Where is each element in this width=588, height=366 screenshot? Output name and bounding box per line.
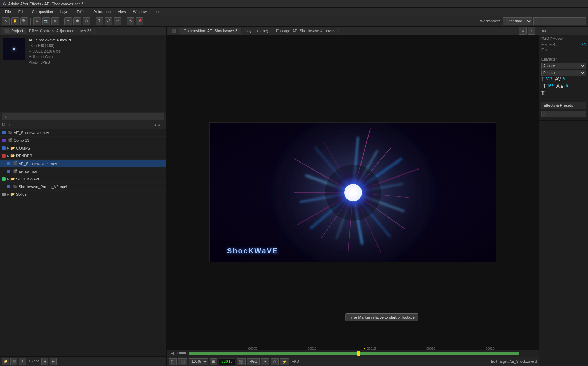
expand-arrow[interactable]: ▶ [7, 177, 9, 181]
file-row[interactable]: 🎬AE_Shockwave 4.mov [0, 160, 166, 167]
shape-tool[interactable]: ⬡ [83, 17, 90, 25]
color-channels-btn[interactable]: RGB [247, 358, 260, 365]
menu-edit[interactable]: Edit [15, 9, 28, 14]
rotate-tool[interactable]: ↻ [33, 17, 41, 25]
style-select[interactable]: Regular [541, 70, 586, 76]
project-icon: ⬛ [5, 29, 9, 33]
file-color-dot [7, 185, 10, 188]
comp-tab-footage[interactable]: Footage: AE_Shockwave 4.mov ✕ [273, 28, 339, 34]
comp-tab-shockwave3[interactable]: Composition: AE_Shockwave 3 [180, 28, 241, 34]
file-type-icon: 🎬 [8, 138, 12, 142]
hand-tool[interactable]: ✋ [11, 17, 19, 25]
text-tool[interactable]: T [96, 17, 103, 25]
pen-tool[interactable]: ✒ [64, 17, 72, 25]
from-label: From [541, 48, 550, 52]
viewer-toolbar: ⬚ ⬛ 100% 50% 200% ⊞ 00013 📷 RGB ☀ ⬡ ⚡ +9… [167, 357, 539, 366]
menu-file[interactable]: File [1, 9, 15, 14]
effects-presets-section: Effects & Presets [539, 99, 588, 121]
right-panel: ◀◀ RAM Preview Frame R... 24 From Charac… [539, 27, 588, 366]
file-row[interactable]: ▶📂COMPS [0, 144, 166, 152]
composition-viewer[interactable]: ShocKWaVE Time Marker relative to start … [167, 35, 539, 349]
filename-arrow: ▼ [68, 38, 72, 42]
file-row[interactable]: 🎬ae_sw.mov [0, 167, 166, 175]
menu-window[interactable]: Window [130, 9, 150, 14]
bright-core [350, 189, 357, 196]
file-row[interactable]: ▶📂SHOCKWAVE [0, 175, 166, 183]
expand-arrow[interactable]: ▶ [7, 193, 9, 196]
grid-btn[interactable]: ⊞ [210, 358, 217, 365]
file-row[interactable]: 🎬Shockwave_Promo_V2.mp4 [0, 183, 166, 191]
project-search-input[interactable] [2, 113, 164, 120]
current-timecode: 00013 [219, 358, 235, 365]
app-title: Adobe After Effects - AE_Shockwaves.aep … [8, 2, 83, 6]
menu-view[interactable]: View [114, 9, 130, 14]
mask-tool[interactable]: ⬟ [74, 17, 81, 25]
camera-tool[interactable]: 📷 [42, 17, 50, 25]
snapshot-btn[interactable]: 📷 [237, 358, 246, 365]
font-select[interactable]: Agency... [541, 63, 586, 69]
scrubber-track[interactable]: 00005 00010 ● 00015 00020 00025 [189, 352, 519, 355]
puppet-tool[interactable]: ⛏ [127, 17, 134, 25]
bpc-toggle[interactable]: ◀ [41, 358, 48, 365]
selection-tool[interactable]: ↖ [2, 17, 10, 25]
file-type-icon: 🎬 [13, 169, 17, 173]
right-nav-prev[interactable]: ◀◀ [541, 29, 546, 33]
comp-scrubber-bar[interactable]: ◀ 00000 00005 00010 ● 00015 00020 00025 [167, 349, 539, 357]
shockwave-canvas: ShocKWaVE [209, 122, 496, 262]
new-comp-btn[interactable]: 🎬 [10, 358, 18, 365]
comp-tab-layer[interactable]: Layer: (none) [242, 28, 272, 34]
scrubber-start: ◀ [171, 351, 174, 355]
new-folder-btn[interactable]: 📁 [2, 358, 9, 365]
edit-target-label: Edit Target: AE_Shockwave 3 [491, 360, 537, 364]
separator-3 [93, 18, 93, 25]
file-row[interactable]: 🎬Comp 13 [0, 137, 166, 144]
project-tab[interactable]: ⬛ Project [2, 28, 26, 34]
shockwave-svg [210, 123, 496, 262]
font-size-icon: T [541, 76, 545, 82]
file-type-icon: 🎬 [13, 185, 17, 188]
comp-panel-options[interactable]: » [528, 27, 536, 35]
exposure-btn[interactable]: ☀ [261, 358, 269, 365]
region-of-interest-btn[interactable]: ⬚ [169, 358, 177, 365]
effects-controls-tab[interactable]: Effect Controls: Adjustment Layer 36 [26, 28, 94, 34]
comp-panel-menu[interactable]: ≡ [519, 27, 527, 35]
render-btn[interactable]: ⬡ [271, 358, 279, 365]
center-area: ⬛ Composition: AE_Shockwave 3 Layer: (no… [167, 27, 539, 366]
clone-tool[interactable]: ✂ [114, 17, 121, 25]
scrubber-playhead[interactable] [357, 351, 360, 356]
brush-tool[interactable]: 🖌 [105, 17, 112, 25]
file-color-dot [2, 193, 6, 196]
transparency-btn[interactable]: ⬛ [178, 358, 187, 365]
menu-composition[interactable]: Composition [28, 9, 57, 14]
menu-effect[interactable]: Effect [73, 9, 90, 14]
file-color-dot [2, 131, 6, 134]
title-bar: A Adobe After Effects - AE_Shockwaves.ae… [0, 0, 588, 8]
menu-help[interactable]: Help [150, 9, 165, 14]
comp-tab-layer-label: Layer: (none) [245, 29, 268, 33]
file-row[interactable]: ▶📂Solids [0, 191, 166, 198]
fast-preview-btn[interactable]: ⚡ [280, 358, 289, 365]
expand-arrow[interactable]: ▶ [7, 154, 9, 158]
time-marker-tooltip: Time Marker relative to start of footage [345, 313, 418, 321]
horiz-scale-value: 0 [566, 84, 568, 88]
global-search[interactable] [533, 17, 586, 25]
menu-layer[interactable]: Layer [57, 9, 74, 14]
project-tab-label: Project [11, 29, 23, 33]
char-bold-row: T [541, 90, 586, 96]
effects-search-input[interactable] [541, 111, 586, 117]
orbit-tool[interactable]: ⊕ [51, 17, 59, 25]
import-btn[interactable]: ⬇ [19, 358, 26, 365]
flow-btn[interactable]: ▶ [50, 358, 57, 365]
workspace-select[interactable]: Standard All Panels Minimal [503, 17, 532, 25]
expand-arrow[interactable]: ▶ [7, 146, 9, 150]
footage-tab-close[interactable]: ✕ [332, 29, 335, 33]
file-row[interactable]: 🎬AE_Shockwave.mov [0, 129, 166, 137]
comp-tab-none: ⬛ [168, 28, 180, 33]
zoom-select[interactable]: 100% 50% 200% [189, 358, 208, 365]
zoom-tool[interactable]: 🔍 [20, 17, 28, 25]
file-row[interactable]: ▶📂RENDER [0, 152, 166, 160]
pin-tool[interactable]: 📌 [136, 17, 144, 25]
footage-colors: Millions of Colors [29, 54, 163, 60]
menu-animation[interactable]: Animation [90, 9, 114, 14]
scrubber-work-area [189, 352, 519, 355]
